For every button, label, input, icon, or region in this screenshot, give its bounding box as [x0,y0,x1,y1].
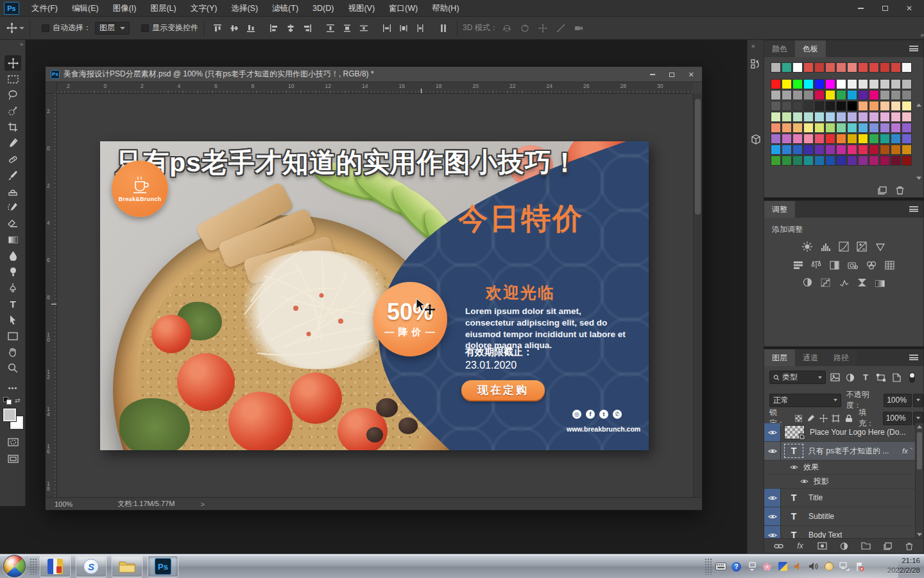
swatch[interactable] [825,123,835,133]
color-lookup-icon[interactable] [882,259,897,272]
taskbar-video-app[interactable] [40,556,71,577]
menu-item[interactable]: 选择(S) [224,0,265,17]
visibility-toggle[interactable] [764,507,781,525]
swatch[interactable] [792,134,803,144]
swatch[interactable] [803,155,814,166]
menu-item[interactable]: 文字(Y) [184,0,225,17]
swatch[interactable] [782,123,792,133]
curves-icon[interactable] [836,240,851,253]
swatch[interactable] [803,134,814,144]
eraser-tool[interactable] [4,216,21,231]
swatch[interactable] [880,112,890,122]
swatch[interactable] [847,62,857,73]
swatch[interactable] [836,144,846,155]
swatch[interactable] [880,123,890,133]
new-swatch-icon[interactable] [878,186,887,195]
swatch[interactable] [814,79,825,89]
layer-thumbnail[interactable] [784,425,805,439]
layer-row-headline-selected[interactable]: T 只有 ps老手才知道的 ... fx ˆ [764,442,915,460]
visibility-toggle[interactable] [764,442,781,460]
swatch[interactable] [792,123,803,133]
swatch[interactable] [902,62,912,73]
swatch[interactable] [825,101,835,111]
poster-canvas[interactable]: 只有ps老手才知道的实用作图小技巧！ Break&Brunch 今日特价 欢迎光… [100,141,649,450]
eye-icon[interactable] [790,464,798,470]
threshold-icon[interactable] [836,276,851,289]
swatch[interactable] [891,101,901,111]
lock-all-icon[interactable] [843,412,855,424]
swatch[interactable] [869,62,879,73]
swatch[interactable] [891,123,901,133]
swatch[interactable] [825,134,835,144]
swatch[interactable] [771,101,781,111]
panel-menu-icon[interactable] [909,355,918,360]
tab-color[interactable]: 颜色 [764,40,795,57]
swatch[interactable] [836,90,846,100]
swatch[interactable] [825,112,835,122]
new-group-icon[interactable] [858,540,873,552]
vertical-scrollbar[interactable] [693,94,702,497]
healing-brush-tool[interactable] [4,152,21,167]
swatch[interactable] [847,134,857,144]
foreground-color[interactable] [3,408,16,421]
swatch[interactable] [880,134,890,144]
swatch[interactable] [880,62,890,73]
swatch[interactable] [825,79,835,89]
swatch[interactable] [792,155,803,166]
swatch[interactable] [869,79,879,89]
type-tool[interactable]: T [4,296,21,311]
canvas-viewport[interactable]: 只有ps老手才知道的实用作图小技巧！ Break&Brunch 今日特价 欢迎光… [57,94,693,497]
swatch[interactable] [858,90,868,100]
menu-item[interactable]: 编辑(E) [65,0,106,17]
layer-row-subtitle[interactable]: T Subtitle [764,507,915,526]
gradient-map-icon[interactable] [873,277,888,290]
distribute-right-button[interactable] [413,21,428,36]
minimize-button[interactable] [848,0,873,17]
blend-mode-dropdown[interactable]: 正常 [769,394,841,407]
color-balance-icon[interactable] [809,258,824,271]
align-vcenter-button[interactable] [227,21,242,36]
action-center-flag-icon[interactable] [854,561,865,572]
filter-toggle[interactable] [905,372,918,383]
layer-thumbnail[interactable]: T [784,509,803,523]
swatch[interactable] [891,90,901,100]
network-icon[interactable] [839,561,850,572]
help-tray-icon[interactable]: ? [731,561,742,572]
swatch[interactable] [814,123,825,133]
auto-select-dropdown[interactable]: 图层 [95,22,130,35]
clone-stamp-tool[interactable] [4,184,21,199]
ruler-left[interactable]: 2024681 01 21 41 61 8 [46,94,57,497]
swatch[interactable] [836,134,846,144]
tab-channels[interactable]: 通道 [795,349,826,366]
swatch[interactable] [858,112,868,122]
opacity-scrubber[interactable] [913,394,923,407]
swatch[interactable] [891,62,901,73]
edit-toolbar-ellipsis[interactable]: ••• [4,380,21,396]
taskbar-sogou-app[interactable]: S [76,556,107,577]
swatch[interactable] [771,90,781,100]
swatch[interactable] [825,90,835,100]
swatch[interactable] [880,101,890,111]
levels-icon[interactable] [818,241,834,254]
visibility-toggle[interactable] [764,423,781,441]
filter-shape-layers-icon[interactable] [875,372,887,383]
swatch[interactable] [814,112,825,122]
posterize-icon[interactable] [818,276,834,289]
delete-swatch-icon[interactable] [896,186,904,195]
swatch[interactable] [771,112,781,122]
messenger-tray-icon[interactable] [823,561,834,572]
doc-maximize-button[interactable] [662,67,681,82]
swatch[interactable] [847,112,857,122]
selective-color-icon[interactable] [854,276,869,289]
start-button[interactable] [3,555,26,577]
align-hcenter-button[interactable] [283,21,298,36]
menu-item[interactable]: 图像(I) [106,0,144,17]
brightness-contrast-icon[interactable] [800,240,815,253]
3d-slide-icon[interactable] [553,21,569,36]
swatch[interactable] [792,101,803,111]
scrollbar-thumb[interactable] [695,99,701,215]
menu-item[interactable]: 文件(F) [24,0,65,17]
swatch[interactable] [803,144,814,155]
swatch[interactable] [858,101,868,111]
ruler-top[interactable]: 2024681012141618202224262830 [57,82,693,94]
